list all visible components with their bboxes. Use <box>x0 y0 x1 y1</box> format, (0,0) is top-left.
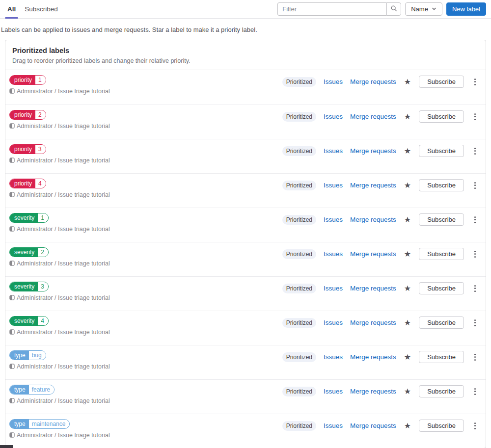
issues-link[interactable]: Issues <box>324 285 343 292</box>
project-path: Administrator / Issue triage tutorial <box>17 260 110 267</box>
scoped-label[interactable]: type bug <box>9 350 46 360</box>
scoped-label[interactable]: severity 2 <box>9 247 49 257</box>
star-button[interactable]: ★ <box>404 113 411 121</box>
sort-dropdown[interactable]: Name <box>405 2 442 16</box>
label-info: priority 3 Administrator / Issue triage … <box>9 144 110 165</box>
row-menu-button[interactable] <box>471 180 479 191</box>
subscribe-button[interactable]: Subscribe <box>419 351 464 363</box>
label-value: maintenance <box>29 420 70 428</box>
merge-requests-link[interactable]: Merge requests <box>350 285 396 292</box>
issues-link[interactable]: Issues <box>324 388 343 395</box>
subscribe-button[interactable]: Subscribe <box>419 420 464 432</box>
star-button[interactable]: ★ <box>404 422 411 430</box>
label-row: priority 3 Administrator / Issue triage … <box>5 139 486 173</box>
merge-requests-link[interactable]: Merge requests <box>350 78 396 85</box>
subscribe-button[interactable]: Subscribe <box>419 110 464 123</box>
tab-subscribed[interactable]: Subscribed <box>20 0 62 18</box>
kebab-menu-icon <box>474 285 476 292</box>
subscribe-button[interactable]: Subscribe <box>419 385 464 397</box>
label-row: type bug Administrator / Issue triage tu… <box>5 345 486 379</box>
scoped-label[interactable]: priority 2 <box>9 110 46 120</box>
row-menu-button[interactable] <box>471 111 479 122</box>
issues-link[interactable]: Issues <box>324 216 343 223</box>
issues-link[interactable]: Issues <box>324 182 343 189</box>
row-menu-button[interactable] <box>471 352 479 363</box>
project-icon <box>9 192 15 199</box>
star-button[interactable]: ★ <box>404 182 411 189</box>
row-menu-button[interactable] <box>471 214 479 225</box>
issues-link[interactable]: Issues <box>324 250 343 258</box>
merge-requests-link[interactable]: Merge requests <box>350 388 396 395</box>
filter-group <box>277 2 401 16</box>
project-reference: Administrator / Issue triage tutorial <box>9 123 110 131</box>
filter-input[interactable] <box>277 2 386 16</box>
issues-link[interactable]: Issues <box>324 147 343 155</box>
row-actions: Prioritized Issues Merge requests ★ Subs… <box>282 248 479 260</box>
issues-link[interactable]: Issues <box>324 422 343 429</box>
scoped-label[interactable]: severity 3 <box>9 282 49 291</box>
subscribe-button[interactable]: Subscribe <box>419 179 464 191</box>
star-button[interactable]: ★ <box>404 388 411 395</box>
merge-requests-link[interactable]: Merge requests <box>350 147 396 155</box>
project-icon <box>9 88 15 96</box>
row-actions: Prioritized Issues Merge requests ★ Subs… <box>282 145 479 157</box>
row-menu-button[interactable] <box>471 421 479 431</box>
row-menu-button[interactable] <box>471 317 479 328</box>
row-menu-button[interactable] <box>471 386 479 397</box>
project-reference: Administrator / Issue triage tutorial <box>9 226 110 234</box>
prioritized-badge: Prioritized <box>282 146 316 156</box>
issues-link[interactable]: Issues <box>324 113 343 120</box>
star-button[interactable]: ★ <box>404 285 411 292</box>
tab-all[interactable]: All <box>3 0 20 18</box>
merge-requests-link[interactable]: Merge requests <box>350 216 396 223</box>
star-button[interactable]: ★ <box>404 147 411 155</box>
project-path: Administrator / Issue triage tutorial <box>17 294 110 301</box>
project-reference: Administrator / Issue triage tutorial <box>9 157 110 165</box>
issues-link[interactable]: Issues <box>324 353 343 361</box>
scoped-label[interactable]: severity 1 <box>9 213 49 223</box>
star-button[interactable]: ★ <box>404 216 411 224</box>
subscribe-button[interactable]: Subscribe <box>419 282 464 294</box>
row-menu-button[interactable] <box>471 249 479 260</box>
merge-requests-link[interactable]: Merge requests <box>350 353 396 361</box>
subscribe-button[interactable]: Subscribe <box>419 145 464 157</box>
subscribe-button[interactable]: Subscribe <box>419 213 464 226</box>
star-icon: ★ <box>404 181 411 189</box>
issues-link[interactable]: Issues <box>324 78 343 85</box>
search-button[interactable] <box>386 2 401 16</box>
row-actions: Prioritized Issues Merge requests ★ Subs… <box>282 385 479 397</box>
star-button[interactable]: ★ <box>404 78 411 86</box>
label-row: severity 1 Administrator / Issue triage … <box>5 208 486 242</box>
subscribe-button[interactable]: Subscribe <box>419 248 464 260</box>
scoped-label[interactable]: severity 4 <box>9 316 49 326</box>
merge-requests-link[interactable]: Merge requests <box>350 422 396 429</box>
star-button[interactable]: ★ <box>404 319 411 327</box>
new-label-button[interactable]: New label <box>446 2 486 16</box>
project-path: Administrator / Issue triage tutorial <box>17 157 110 164</box>
merge-requests-link[interactable]: Merge requests <box>350 113 396 120</box>
merge-requests-link[interactable]: Merge requests <box>350 319 396 326</box>
subscribe-button[interactable]: Subscribe <box>419 316 464 329</box>
star-button[interactable]: ★ <box>404 250 411 258</box>
issues-link[interactable]: Issues <box>324 319 343 326</box>
label-info: severity 3 Administrator / Issue triage … <box>9 282 110 302</box>
label-scope: severity <box>10 282 38 291</box>
scoped-label[interactable]: priority 1 <box>9 75 46 85</box>
label-scope: priority <box>10 110 35 119</box>
merge-requests-link[interactable]: Merge requests <box>350 250 396 258</box>
kebab-menu-icon <box>474 79 476 85</box>
star-button[interactable]: ★ <box>404 353 411 361</box>
scoped-label[interactable]: type maintenance <box>9 419 70 429</box>
scoped-label[interactable]: priority 4 <box>9 179 46 188</box>
subscribe-button[interactable]: Subscribe <box>419 76 464 88</box>
merge-requests-link[interactable]: Merge requests <box>350 182 396 189</box>
row-actions: Prioritized Issues Merge requests ★ Subs… <box>282 110 479 123</box>
labels-toolbar: Name New label <box>277 2 486 16</box>
star-icon: ★ <box>404 284 411 292</box>
scoped-label[interactable]: type feature <box>9 385 55 395</box>
scoped-label[interactable]: priority 3 <box>9 144 46 154</box>
row-menu-button[interactable] <box>471 283 479 294</box>
row-menu-button[interactable] <box>471 146 479 157</box>
search-icon <box>390 5 397 13</box>
row-menu-button[interactable] <box>471 77 479 87</box>
